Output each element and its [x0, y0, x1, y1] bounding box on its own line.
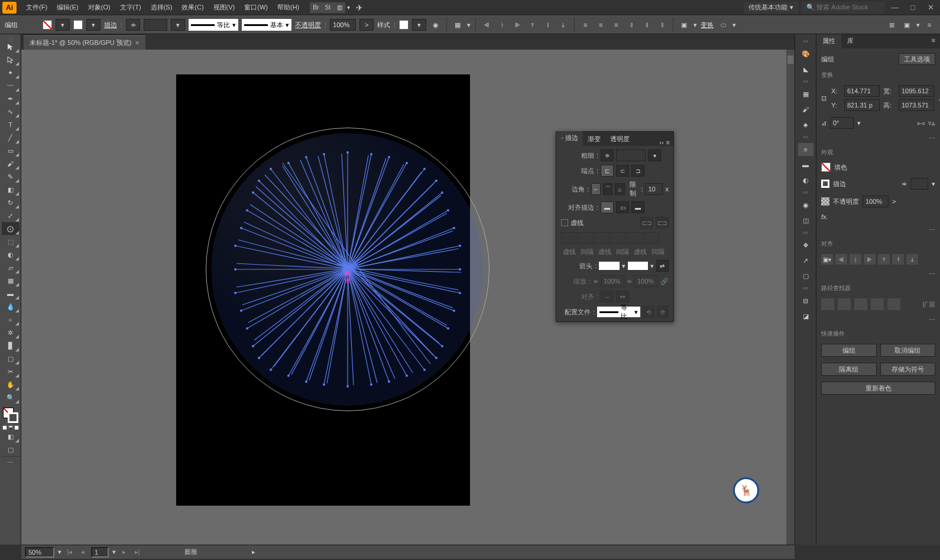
- pf-intersect[interactable]: [854, 298, 867, 310]
- limit-input[interactable]: [645, 183, 663, 195]
- first-art[interactable]: |◂: [65, 548, 74, 557]
- dock-swatches-icon[interactable]: ▦: [798, 87, 813, 100]
- menu-select[interactable]: 选择(S): [146, 0, 177, 15]
- angle-input[interactable]: [830, 117, 854, 129]
- align-center[interactable]: ▬: [601, 201, 614, 213]
- hand-tool[interactable]: ✋: [2, 378, 20, 391]
- zoom-tool[interactable]: 🔍: [2, 391, 20, 404]
- stroke-swatch[interactable]: [73, 20, 83, 30]
- gpu-icon[interactable]: ✈: [356, 3, 363, 12]
- column-graph-tool[interactable]: ▊: [2, 339, 20, 352]
- scale-tool[interactable]: ⤢: [2, 209, 20, 222]
- stroke-dd[interactable]: ▾: [86, 19, 101, 31]
- artboard-num[interactable]: [91, 547, 109, 558]
- opacity-input[interactable]: [330, 19, 356, 31]
- pen-tool[interactable]: ✒: [2, 92, 20, 105]
- pf-unite[interactable]: [821, 298, 834, 310]
- align-inside[interactable]: ▭: [616, 201, 629, 213]
- profile-select[interactable]: 等比▾: [597, 307, 640, 317]
- fill-swatch2[interactable]: [821, 162, 831, 172]
- w-input[interactable]: [899, 85, 934, 97]
- style-dd[interactable]: ▾: [412, 19, 426, 31]
- paintbrush-tool[interactable]: 🖌: [2, 157, 20, 170]
- align-key-icon[interactable]: ▣: [678, 19, 690, 31]
- panel-menu-icon[interactable]: ≡: [666, 139, 670, 146]
- scrollbar-vertical[interactable]: [786, 50, 795, 545]
- y-input[interactable]: [844, 99, 880, 111]
- mesh-tool[interactable]: ▦: [2, 274, 20, 287]
- last-art[interactable]: ▸|: [132, 548, 142, 557]
- qa-ungroup[interactable]: 取消编组: [880, 344, 936, 357]
- screen-mode[interactable]: ▢: [2, 443, 20, 456]
- width-tool[interactable]: ⨀: [2, 222, 20, 235]
- dashed-checkbox[interactable]: [561, 219, 568, 226]
- symbol-sprayer-tool[interactable]: ✲: [2, 326, 20, 339]
- search-stock[interactable]: 🔍 搜索 Adobe Stock: [802, 2, 884, 14]
- transform-more-icon[interactable]: ⋯: [929, 135, 935, 142]
- arrow-start[interactable]: [599, 262, 619, 270]
- gradient-tool[interactable]: ▬: [2, 287, 20, 300]
- pf-minus[interactable]: [838, 298, 851, 310]
- blend-tool[interactable]: ⟐: [2, 313, 20, 326]
- menu-help[interactable]: 帮助(H): [273, 0, 304, 15]
- next-art[interactable]: ▸: [119, 548, 129, 557]
- type-tool[interactable]: T: [2, 118, 20, 131]
- tool-options-button[interactable]: 工具选项: [899, 53, 935, 65]
- direct-select-tool[interactable]: [2, 53, 20, 66]
- dist-v2-icon[interactable]: ≡: [595, 19, 607, 31]
- draw-mode[interactable]: ◧: [2, 430, 20, 443]
- slice-tool[interactable]: ✂: [2, 365, 20, 378]
- opacity-dd2[interactable]: >: [892, 198, 896, 205]
- line-tool[interactable]: ╱: [2, 131, 20, 144]
- fill-swatch[interactable]: [43, 20, 52, 30]
- prev-art[interactable]: ◂: [78, 548, 87, 557]
- window-min[interactable]: —: [888, 3, 902, 12]
- dock-color-icon[interactable]: 🎨: [798, 47, 813, 60]
- dist-h-icon[interactable]: ⦀: [625, 19, 637, 31]
- arrange-icon[interactable]: ▥: [333, 2, 345, 13]
- stroke-swatch2[interactable]: [821, 180, 829, 188]
- dist-h3-icon[interactable]: ⦀: [656, 19, 668, 31]
- workspace-switcher[interactable]: 传统基本功能▾: [744, 2, 798, 14]
- dock-stroke-icon[interactable]: ≡: [798, 143, 813, 156]
- isolate-icon[interactable]: ⊞: [886, 19, 897, 31]
- lasso-tool[interactable]: 〰: [2, 79, 20, 92]
- dock-brushes-icon[interactable]: 🖌: [798, 103, 813, 116]
- opacity-input2[interactable]: [863, 196, 889, 207]
- menu-file[interactable]: 文件(F): [21, 0, 52, 15]
- window-close[interactable]: ✕: [923, 3, 938, 12]
- stroke-stepper2[interactable]: ≑: [902, 180, 907, 188]
- x-input[interactable]: [844, 85, 880, 97]
- qa-symbol[interactable]: 存储为符号: [880, 363, 936, 376]
- weight-input[interactable]: [616, 149, 646, 161]
- fill-stroke-control[interactable]: [2, 406, 20, 424]
- stroke-weight-input[interactable]: [144, 19, 167, 31]
- artboard-tool[interactable]: ▢: [2, 352, 20, 365]
- stock-icon[interactable]: St: [322, 2, 333, 13]
- transform-label[interactable]: 变换: [701, 21, 714, 30]
- flip-h-icon[interactable]: ▹◃: [918, 119, 925, 127]
- tab-stroke[interactable]: ◦ 描边: [556, 131, 583, 146]
- perspective-tool[interactable]: ▱: [2, 261, 20, 274]
- cap-round[interactable]: ⊂: [616, 165, 629, 177]
- prefs-icon[interactable]: ≡: [923, 19, 935, 31]
- menu-text[interactable]: 文字(T): [115, 0, 146, 15]
- align-vcenter2[interactable]: ⫲: [892, 254, 904, 265]
- stroke-weight2[interactable]: [910, 178, 928, 190]
- corner-miter[interactable]: ⌐: [591, 183, 601, 195]
- align-hcenter-icon[interactable]: ⟊: [496, 19, 508, 31]
- shape-prop-icon[interactable]: ⬭: [717, 19, 729, 31]
- selection-tool[interactable]: [2, 40, 20, 53]
- align-bottom-icon[interactable]: ⫰: [557, 19, 569, 31]
- align-vcenter-icon[interactable]: ⫲: [542, 19, 554, 31]
- pf-divide[interactable]: [887, 298, 900, 310]
- tab-libraries[interactable]: 库: [841, 34, 860, 48]
- arrange-dd-icon[interactable]: ▾: [345, 2, 351, 13]
- stroke-stepper[interactable]: ≑: [126, 19, 140, 31]
- panel-menu-icon[interactable]: ≡: [927, 34, 940, 48]
- rectangle-tool[interactable]: ▭: [2, 144, 20, 157]
- magic-wand-tool[interactable]: ✦: [2, 66, 20, 79]
- opacity-label[interactable]: 不透明度: [295, 21, 321, 30]
- menu-view[interactable]: 视图(V): [209, 0, 240, 15]
- zoom-dd[interactable]: ▾: [58, 548, 61, 556]
